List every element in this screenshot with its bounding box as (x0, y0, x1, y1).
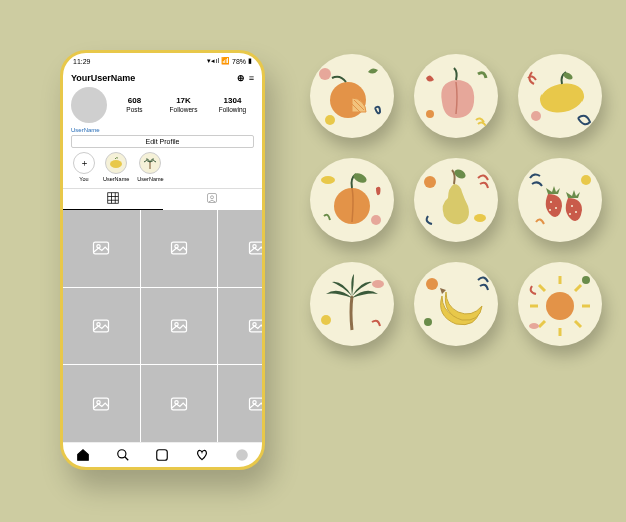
svg-point-41 (321, 176, 335, 184)
tab-tagged[interactable] (163, 189, 263, 210)
username[interactable]: YourUserName (71, 73, 135, 83)
post-placeholder[interactable] (141, 365, 218, 442)
svg-point-69 (529, 323, 539, 329)
post-placeholder[interactable] (218, 210, 265, 287)
svg-point-59 (546, 292, 574, 320)
svg-point-49 (555, 207, 557, 209)
search-icon[interactable] (116, 448, 130, 462)
heart-icon[interactable] (195, 448, 209, 462)
bottom-nav (63, 442, 262, 467)
plus-icon: ＋ (73, 152, 95, 174)
highlight-item[interactable]: UserName (137, 152, 163, 182)
svg-point-52 (575, 211, 577, 213)
palm-icon (139, 152, 161, 174)
highlight-covers-grid (310, 54, 602, 346)
svg-point-33 (330, 82, 366, 118)
stat-followers[interactable]: 17K Followers (162, 97, 205, 113)
wifi-icon: 📶 (221, 57, 230, 65)
svg-line-67 (575, 321, 581, 327)
status-time: 11:29 (73, 58, 91, 65)
svg-point-26 (117, 450, 125, 458)
phone-frame: 11:29 ▾◂ıl 📶 78% ▮ YourUserName ⊕ ≡ 608 … (60, 50, 265, 470)
post-placeholder[interactable] (218, 365, 265, 442)
cover-strawberries (518, 158, 602, 242)
display-name: UserName (71, 127, 254, 135)
status-bar: 11:29 ▾◂ıl 📶 78% ▮ (63, 53, 262, 69)
cover-pear (414, 158, 498, 242)
tab-grid[interactable] (63, 189, 163, 210)
cover-banana (414, 262, 498, 346)
cover-peach (414, 54, 498, 138)
svg-point-58 (424, 318, 432, 326)
cover-lemon (518, 54, 602, 138)
menu-icon[interactable]: ≡ (249, 73, 254, 83)
svg-line-64 (539, 285, 545, 291)
cover-apricot (310, 158, 394, 242)
svg-point-68 (582, 276, 590, 284)
posts-grid (63, 210, 262, 442)
svg-rect-6 (208, 194, 217, 203)
post-placeholder[interactable] (63, 288, 140, 365)
status-icons: ▾◂ıl 📶 78% ▮ (207, 57, 252, 65)
stats-row: 608 Posts 17K Followers 1304 Following (71, 83, 254, 127)
highlight-add[interactable]: ＋ You (73, 152, 95, 182)
profile-header: YourUserName ⊕ ≡ 608 Posts 17K Followers… (63, 69, 262, 188)
post-placeholder[interactable] (218, 288, 265, 365)
svg-line-66 (539, 321, 545, 327)
post-placeholder[interactable] (63, 365, 140, 442)
battery-pct: 78% (232, 58, 246, 65)
svg-rect-1 (108, 193, 119, 204)
edit-profile-button[interactable]: Edit Profile (71, 135, 254, 148)
svg-point-57 (426, 278, 438, 290)
svg-point-43 (352, 171, 368, 184)
lemon-icon (105, 152, 127, 174)
content-tabs (63, 188, 262, 210)
cover-orange (310, 54, 394, 138)
svg-point-48 (550, 201, 552, 203)
stat-following[interactable]: 1304 Following (211, 97, 254, 113)
cover-sun (518, 262, 602, 346)
svg-point-53 (569, 213, 571, 215)
svg-point-36 (325, 115, 335, 125)
svg-line-27 (124, 457, 128, 461)
nav-avatar-icon[interactable] (235, 448, 249, 462)
svg-point-54 (581, 175, 591, 185)
svg-point-44 (371, 215, 381, 225)
highlight-item[interactable]: UserName (103, 152, 129, 182)
add-post-icon[interactable]: ⊕ (237, 73, 245, 83)
battery-icon: ▮ (248, 57, 252, 65)
stat-posts[interactable]: 608 Posts (113, 97, 156, 113)
svg-line-65 (575, 285, 581, 291)
svg-point-31 (236, 449, 248, 461)
svg-point-32 (319, 68, 331, 80)
svg-point-40 (531, 111, 541, 121)
cover-palm (310, 262, 394, 346)
username-row: YourUserName ⊕ ≡ (71, 73, 254, 83)
svg-point-47 (474, 214, 486, 222)
svg-point-55 (372, 280, 384, 288)
svg-point-38 (538, 80, 587, 117)
post-placeholder[interactable] (141, 288, 218, 365)
svg-point-51 (571, 205, 573, 207)
svg-point-45 (424, 176, 436, 188)
signal-icon: ▾◂ıl (207, 57, 219, 65)
post-placeholder[interactable] (141, 210, 218, 287)
svg-point-56 (321, 315, 331, 325)
svg-point-50 (549, 209, 551, 211)
svg-point-7 (211, 196, 214, 199)
home-icon[interactable] (76, 448, 90, 462)
highlights-row: ＋ You UserName UserName (71, 148, 254, 186)
svg-point-37 (426, 110, 434, 118)
post-placeholder[interactable] (63, 210, 140, 287)
add-icon[interactable] (155, 448, 169, 462)
avatar[interactable] (71, 87, 107, 123)
svg-point-0 (110, 160, 122, 168)
